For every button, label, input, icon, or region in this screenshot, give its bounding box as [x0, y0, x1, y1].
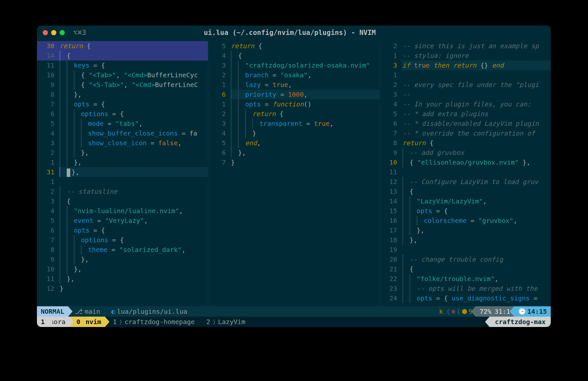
code-line[interactable]: 7-- * override the configuration of [380, 128, 551, 138]
code-line[interactable]: 12} [37, 284, 208, 293]
code-line[interactable]: 3-- [380, 90, 551, 99]
line-number: 2 [208, 109, 230, 119]
line-number: 1 [37, 177, 59, 187]
code-line[interactable]: 6options = { [37, 109, 208, 119]
code-line[interactable]: 7opts = { [37, 99, 208, 109]
code-line[interactable]: 5end, [208, 138, 379, 148]
line-number: 2 [380, 80, 402, 90]
code-line[interactable]: 10{ "<Tab>", "<Cmd>BufferLineCyc [37, 70, 208, 80]
code-content: { "<S-Tab>", "<Cmd>BufferLineC [59, 80, 208, 90]
code-line[interactable]: 9}, [37, 255, 208, 264]
code-line[interactable]: 2-- statusline [37, 187, 208, 196]
pane-3[interactable]: 2-- since this is just an example sp1-- … [380, 40, 551, 306]
code-line[interactable]: 1 [380, 70, 551, 80]
code-line[interactable]: 3"craftzdog/solarized-osaka.nvim" [208, 60, 379, 70]
code-line[interactable]: 9-- add gruvbox [380, 148, 551, 158]
code-line[interactable]: 18}, [380, 235, 551, 245]
tmux-window-1[interactable]: 1 ❭ craftzdog-homepage [105, 317, 198, 327]
code-line[interactable]: 1}, [37, 158, 208, 167]
code-line[interactable]: 24opts = { use_diagnostic_signs = [380, 293, 551, 303]
line-number: 8 [380, 138, 402, 148]
line-number: 23 [380, 284, 402, 293]
code-line[interactable]: 22"folke/trouble.nvim", [380, 274, 551, 284]
tmux-window-name-active[interactable]: nvim [84, 317, 105, 327]
code-line[interactable]: 2-- since this is just an example sp [380, 41, 551, 51]
code-line[interactable]: 19 [380, 245, 551, 255]
code-line[interactable]: 4} [208, 128, 379, 138]
tmux-window-2[interactable]: 2 ❭ LazyVim [198, 317, 249, 327]
code-line[interactable]: 4"nvim-lualine/lualine.nvim", [37, 206, 208, 216]
statusline-filler [192, 306, 436, 317]
code-line[interactable]: 16colorscheme = "gruvbox", [380, 216, 551, 225]
code-line[interactable]: 30return { [37, 41, 208, 51]
code-content: } [59, 284, 208, 293]
copilot-icon: ⊕ [451, 308, 455, 315]
line-number: 21 [380, 264, 402, 274]
code-line[interactable]: 1-- stylua: ignore [380, 51, 551, 60]
code-line[interactable]: 6opts = { [37, 225, 208, 235]
code-line[interactable]: 12-- Configure LazyVim to load gruv [380, 177, 551, 187]
line-number: 14 [380, 196, 402, 206]
code-line[interactable]: 4-- In your plugin files, you can: [380, 99, 551, 109]
code-line[interactable]: 13{ [380, 187, 551, 196]
code-line[interactable]: 6priority = 1000, [208, 90, 379, 99]
code-line[interactable]: 2branch = "osaka", [208, 70, 379, 80]
tmux-session-index[interactable]: 1 [37, 317, 49, 327]
code-line[interactable]: 10{ "ellisonleao/gruvbox.nvim" }, [380, 158, 551, 167]
code-line[interactable]: 8theme = "solarized_dark", [37, 245, 208, 255]
code-content [402, 167, 551, 177]
code-line[interactable]: 4{ [208, 51, 379, 60]
code-line[interactable]: 10}, [37, 264, 208, 274]
code-line[interactable]: 2return { [208, 109, 379, 119]
code-content: mode = "tabs", [59, 119, 208, 128]
code-line[interactable]: 3transparent = true, [208, 119, 379, 128]
pane-1[interactable]: 30return {14{11keys = {10{ "<Tab>", "<Cm… [37, 40, 208, 306]
tmux-line: 1 nora 0 nvim 1 ❭ craftzdog-homepage 2 ❭… [37, 317, 551, 327]
code-line[interactable]: 2}, [37, 148, 208, 158]
code-line[interactable]: 1lazy = true, [208, 80, 379, 90]
code-line[interactable]: 5mode = "tabs", [37, 119, 208, 128]
editor-area[interactable]: 30return {14{11keys = {10{ "<Tab>", "<Cm… [37, 40, 551, 306]
code-line[interactable]: 7} [208, 158, 379, 167]
code-line[interactable]: 3if true then return {} end [380, 60, 551, 70]
code-content: return { [230, 41, 379, 51]
code-line[interactable]: 14{ [37, 51, 208, 60]
code-line[interactable]: 5-- * add extra plugins [380, 109, 551, 119]
pane-2[interactable]: 5return {4{3"craftzdog/solarized-osaka.n… [208, 40, 379, 306]
code-line[interactable]: 1 [37, 177, 208, 187]
code-line[interactable]: 23-- opts will be merged with the [380, 284, 551, 293]
code-line[interactable]: 9{ "<S-Tab>", "<Cmd>BufferLineC [37, 80, 208, 90]
code-line[interactable]: 21{ [380, 264, 551, 274]
code-line[interactable]: 17}, [380, 225, 551, 235]
code-line[interactable]: 11keys = { [37, 60, 208, 70]
code-line[interactable]: 6-- * disable/enabled LazyVim plugin [380, 119, 551, 128]
code-line[interactable]: 8}, [37, 90, 208, 99]
line-number: 10 [37, 70, 59, 80]
code-line[interactable]: 15opts = { [380, 206, 551, 216]
code-line[interactable]: 1opts = function() [208, 99, 379, 109]
code-line[interactable]: 11}, [37, 274, 208, 284]
code-content: if true then return {} end [402, 60, 551, 70]
line-number: 4 [380, 99, 402, 109]
code-content: return { [402, 138, 551, 148]
line-number: 9 [37, 255, 59, 264]
code-line[interactable]: 6}, [208, 148, 379, 158]
code-line[interactable]: 2-- every spec file under the "plugi [380, 80, 551, 90]
code-line[interactable]: 3{ [37, 196, 208, 206]
code-line[interactable]: 20-- change trouble config [380, 255, 551, 264]
package-icon: ⬢ [462, 308, 467, 315]
code-line[interactable]: 14"LazyVim/LazyVim", [380, 196, 551, 206]
code-line[interactable]: 3show_close_icon = false, [37, 138, 208, 148]
line-number: 20 [380, 255, 402, 264]
code-line[interactable]: 4show_buffer_close_icons = fa [37, 128, 208, 138]
code-content: lazy = true, [230, 80, 379, 90]
code-line[interactable]: 7options = { [37, 235, 208, 245]
code-line[interactable]: 31}, [37, 167, 208, 177]
code-line[interactable]: 8return { [380, 138, 551, 148]
code-content [402, 245, 551, 255]
code-line[interactable]: 11 [380, 167, 551, 177]
code-line[interactable]: 5return { [208, 41, 379, 51]
code-line[interactable]: 5event = "VeryLazy", [37, 216, 208, 225]
scroll-percent: 72% 31:1 [476, 306, 514, 317]
code-content: }, [230, 148, 379, 158]
